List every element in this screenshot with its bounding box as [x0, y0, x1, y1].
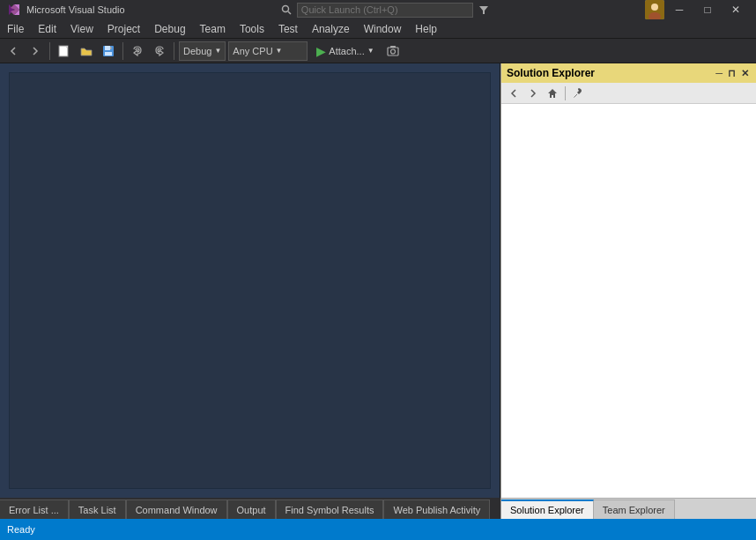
menu-debug[interactable]: Debug	[147, 20, 192, 38]
title-bar: Microsoft Visual Studio ─ □	[0, 0, 756, 19]
platform-label: Any CPU	[233, 46, 272, 56]
app-title: Microsoft Visual Studio	[26, 4, 125, 15]
tab-find-symbol[interactable]: Find Symbol Results	[276, 499, 384, 519]
attach-label: Attach...	[329, 46, 364, 56]
svg-marker-3	[479, 6, 488, 14]
attach-button[interactable]: ▶ Attach... ▼	[310, 41, 380, 61]
back-button[interactable]	[4, 41, 23, 61]
menu-bar: File Edit View Project Debug Team Tools …	[0, 19, 756, 39]
platform-dropdown[interactable]: Any CPU ▼	[228, 41, 308, 61]
user-avatar	[645, 0, 664, 19]
debug-config-label: Debug	[183, 46, 211, 56]
svg-line-2	[288, 11, 291, 14]
se-bottom-tabs: Solution Explorer Team Explorer	[501, 498, 756, 519]
svg-rect-16	[390, 46, 396, 48]
svg-point-1	[282, 6, 288, 12]
redo-icon	[154, 46, 165, 56]
screenshot-button[interactable]	[383, 41, 403, 61]
quick-launch-input[interactable]	[297, 3, 473, 18]
search-icon	[281, 4, 292, 15]
se-title-controls: ─ ⊓ ✕	[714, 68, 751, 79]
back-icon	[8, 46, 19, 56]
svg-rect-11	[105, 46, 110, 50]
tab-command-window[interactable]: Command Window	[126, 499, 227, 519]
left-side: Error List ... Task List Command Window …	[0, 63, 500, 519]
editor-area[interactable]	[0, 63, 500, 498]
svg-rect-13	[110, 47, 112, 49]
svg-rect-14	[388, 48, 398, 55]
open-icon	[80, 45, 93, 57]
forward-icon	[30, 46, 41, 56]
svg-point-5	[651, 4, 658, 11]
toolbar-sep-2	[122, 42, 123, 60]
toolbar-sep-3	[174, 42, 174, 60]
new-project-button[interactable]	[55, 41, 74, 61]
se-toolbar	[501, 83, 756, 104]
se-tab-solution-explorer[interactable]: Solution Explorer	[501, 499, 594, 519]
menu-test[interactable]: Test	[271, 20, 305, 38]
svg-point-15	[390, 49, 395, 54]
menu-analyze[interactable]: Analyze	[305, 20, 357, 38]
new-icon	[58, 45, 70, 57]
se-title: Solution Explorer	[507, 67, 595, 79]
attach-arrow: ▼	[367, 47, 374, 55]
play-icon: ▶	[316, 44, 326, 58]
solution-explorer-panel: Solution Explorer ─ ⊓ ✕	[500, 63, 756, 519]
tab-task-list[interactable]: Task List	[69, 499, 126, 519]
camera-icon	[387, 45, 399, 57]
se-home-button[interactable]	[544, 85, 561, 101]
se-title-bar: Solution Explorer ─ ⊓ ✕	[501, 63, 756, 83]
redo-button[interactable]	[150, 41, 169, 61]
se-forward-icon	[528, 88, 538, 99]
vs-logo-icon	[7, 3, 21, 17]
menu-team[interactable]: Team	[193, 20, 233, 38]
se-close-button[interactable]: ✕	[739, 68, 751, 79]
tab-error-list[interactable]: Error List ...	[0, 499, 69, 519]
se-toolbar-sep	[565, 86, 566, 100]
se-back-button[interactable]	[505, 85, 523, 101]
se-properties-button[interactable]	[569, 85, 587, 101]
quick-launch-area	[125, 3, 645, 18]
toolbar-sep-1	[49, 42, 50, 60]
se-wrench-icon	[573, 88, 583, 99]
menu-project[interactable]: Project	[100, 20, 147, 38]
save-icon	[102, 45, 115, 57]
status-bar: Ready	[0, 519, 756, 540]
title-bar-left: Microsoft Visual Studio	[7, 3, 125, 17]
svg-rect-12	[105, 52, 112, 55]
toolbar: Debug ▼ Any CPU ▼ ▶ Attach... ▼	[0, 39, 756, 63]
se-forward-button[interactable]	[524, 85, 542, 101]
open-button[interactable]	[77, 41, 96, 61]
debug-config-dropdown[interactable]: Debug ▼	[179, 41, 226, 61]
menu-help[interactable]: Help	[408, 20, 444, 38]
svg-rect-9	[66, 46, 68, 48]
title-bar-controls: ─ □ ✕	[645, 0, 749, 19]
save-button[interactable]	[99, 41, 118, 61]
menu-tools[interactable]: Tools	[233, 20, 271, 38]
platform-arrow: ▼	[276, 47, 283, 55]
undo-button[interactable]	[128, 41, 147, 61]
status-text: Ready	[7, 524, 35, 535]
menu-view[interactable]: View	[63, 20, 100, 38]
menu-file[interactable]: File	[0, 20, 31, 38]
menu-window[interactable]: Window	[357, 20, 409, 38]
menu-edit[interactable]: Edit	[31, 20, 63, 38]
tab-web-publish[interactable]: Web Publish Activity	[383, 499, 490, 519]
filter-icon	[478, 4, 489, 15]
se-auto-hide-button[interactable]: ─	[714, 68, 724, 78]
tab-output[interactable]: Output	[227, 499, 276, 519]
bottom-tabs: Error List ... Task List Command Window …	[0, 498, 500, 519]
se-tab-team-explorer[interactable]: Team Explorer	[594, 499, 675, 519]
minimize-button[interactable]: ─	[666, 0, 693, 19]
se-back-icon	[508, 88, 519, 99]
editor-inner	[9, 72, 491, 489]
debug-config-arrow: ▼	[214, 47, 221, 55]
restore-button[interactable]: □	[694, 0, 721, 19]
se-content	[501, 104, 756, 498]
se-home-icon	[547, 88, 558, 99]
app-window: Microsoft Visual Studio ─ □	[0, 0, 756, 540]
forward-button[interactable]	[26, 41, 45, 61]
se-pin-button[interactable]: ⊓	[726, 68, 737, 79]
center-area: Error List ... Task List Command Window …	[0, 63, 756, 519]
close-button[interactable]: ✕	[723, 0, 749, 19]
